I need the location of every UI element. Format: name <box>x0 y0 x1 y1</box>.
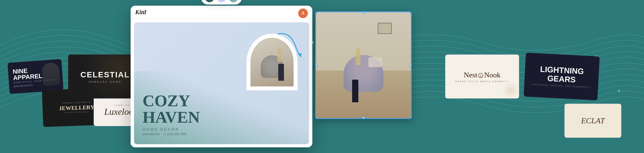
selection-handle-bl <box>315 117 317 119</box>
selection-handle-br <box>409 117 412 119</box>
cozy-haven-website: www.kittl.com <box>143 133 160 136</box>
luxeloom-tag: JEWELRY <box>114 104 131 107</box>
user-avatar[interactable]: A <box>298 8 308 18</box>
celestial-title: CELESTIAL <box>80 70 130 79</box>
lightning-gears-subtitle: CUSTOMIZE, SERVICE, AND SPAREPARTS <box>531 83 591 88</box>
eclat-title: ECLAT <box>581 116 605 125</box>
main-scene: NINE APPAREL YOUR STYLE, YOUR COMFORT @N… <box>0 0 644 153</box>
upscale-arrow <box>273 28 307 62</box>
celestial-subtitle: JEWELRY SHOP <box>88 80 122 83</box>
swatch-lavender[interactable] <box>217 0 226 2</box>
nest-nook-subtitle: WHERE STYLE MEETS SERENITY <box>455 80 509 82</box>
lightning-gears-title-line2: GEARS <box>547 74 576 84</box>
selection-handle-tr <box>409 11 412 14</box>
swatch-dark-teal[interactable] <box>205 0 214 2</box>
selection-handle-mr <box>409 64 412 67</box>
jewellery-badge: UNIQUE & AUTHENTIC <box>62 101 91 104</box>
swatch-sage[interactable] <box>229 0 238 2</box>
selection-handle-tm <box>362 11 365 14</box>
panel-header: Kittl A <box>131 6 312 19</box>
selection-handle-tl <box>315 11 317 14</box>
card-nest-nook[interactable]: Nest & Nook WHERE STYLE MEETS SERENITY <box>445 55 519 99</box>
cozy-haven-contact: www.kittl.com +1 (123) 456 7890 <box>143 133 300 136</box>
card-lightning-gears[interactable]: LIGHTNING GEARS CUSTOMIZE, SERVICE, AND … <box>524 53 600 100</box>
upscaled-photo-panel[interactable]: 🌸 AI Image Upscaler Click to upscale blu… <box>315 11 412 119</box>
card-nine-apparel[interactable]: NINE APPAREL YOUR STYLE, YOUR COMFORT @N… <box>7 59 63 94</box>
svg-text:&: & <box>480 75 482 77</box>
cozy-haven-title-block: COZY HAVEN HOME DECOR www.kittl.com +1 (… <box>143 93 300 136</box>
selection-handle-bm <box>362 117 365 119</box>
user-initial: A <box>302 11 304 16</box>
color-swatches-panel <box>201 0 242 5</box>
upscaled-photo-image <box>316 12 411 118</box>
card-eclat[interactable]: ECLAT <box>564 104 621 138</box>
cozy-haven-title-line2: HAVEN <box>143 109 300 126</box>
svg-marker-5 <box>298 53 302 57</box>
cozy-haven-subtitle: HOME DECOR <box>143 127 300 131</box>
main-editor-panel[interactable]: Kittl A COZY <box>131 6 312 147</box>
kittl-logo: Kittl <box>135 8 146 16</box>
cozy-haven-title-line1: COZY <box>143 93 300 109</box>
selection-handle-ml <box>315 64 317 67</box>
cozy-haven-phone: +1 (123) 456 7890 <box>163 133 186 136</box>
nest-nook-title: Nest & Nook <box>464 71 500 79</box>
